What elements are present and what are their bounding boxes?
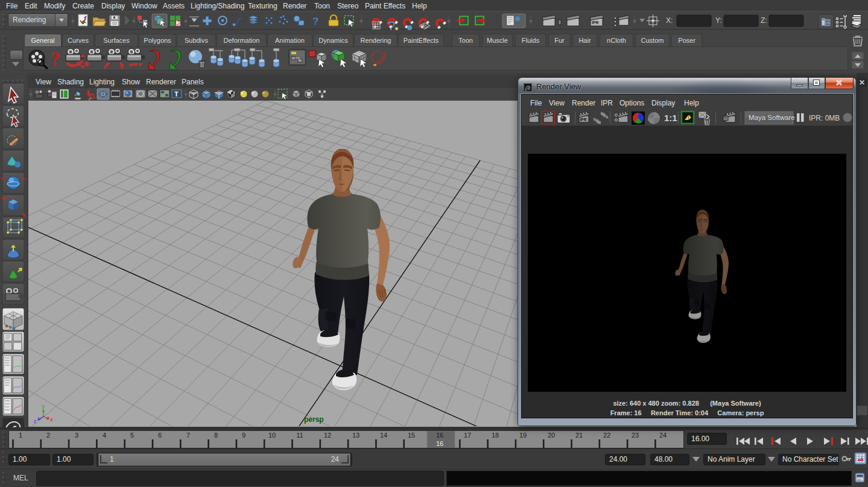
- svg-text:IPR: 0MB: IPR: 0MB: [809, 114, 840, 122]
- svg-text:Z:: Z:: [761, 16, 767, 25]
- svg-text:12: 12: [324, 432, 331, 439]
- svg-text:1: 1: [19, 432, 22, 439]
- svg-text:y: y: [42, 403, 45, 409]
- svg-text:x: x: [50, 416, 53, 423]
- svg-text:22: 22: [603, 432, 610, 439]
- svg-text:?: ?: [50, 48, 60, 70]
- svg-text:persp: persp: [304, 415, 324, 424]
- svg-text:Maya Software: Maya Software: [749, 114, 795, 121]
- svg-text:17: 17: [464, 432, 471, 439]
- svg-text:IPR: IPR: [580, 118, 587, 122]
- svg-text:21: 21: [575, 432, 583, 439]
- svg-text:z: z: [34, 418, 37, 424]
- svg-text:5: 5: [130, 432, 134, 439]
- svg-text:?: ?: [312, 16, 318, 27]
- svg-text:9: 9: [242, 432, 246, 439]
- svg-text:3: 3: [75, 432, 78, 439]
- svg-text:16: 16: [436, 432, 443, 439]
- svg-text:16: 16: [436, 440, 443, 447]
- svg-text:20: 20: [548, 432, 555, 439]
- svg-text:IPR: IPR: [592, 20, 599, 25]
- svg-text:11: 11: [296, 432, 303, 439]
- svg-text:1:1: 1:1: [664, 113, 677, 123]
- svg-text:24: 24: [659, 432, 667, 439]
- svg-text:4: 4: [103, 432, 106, 439]
- svg-text:T: T: [174, 90, 179, 98]
- svg-text:X:: X:: [666, 16, 673, 25]
- svg-text:10: 10: [268, 432, 276, 439]
- svg-text:19: 19: [519, 432, 527, 439]
- svg-text:14: 14: [380, 432, 387, 439]
- svg-text:7: 7: [186, 432, 190, 439]
- svg-text:15: 15: [408, 432, 415, 439]
- svg-text:8: 8: [214, 432, 218, 439]
- svg-text:Y:: Y:: [715, 16, 722, 25]
- svg-text:2: 2: [46, 432, 50, 439]
- svg-text:23: 23: [632, 432, 639, 439]
- svg-text:18: 18: [492, 432, 499, 439]
- svg-text:6: 6: [158, 432, 162, 439]
- svg-text:13: 13: [352, 432, 360, 439]
